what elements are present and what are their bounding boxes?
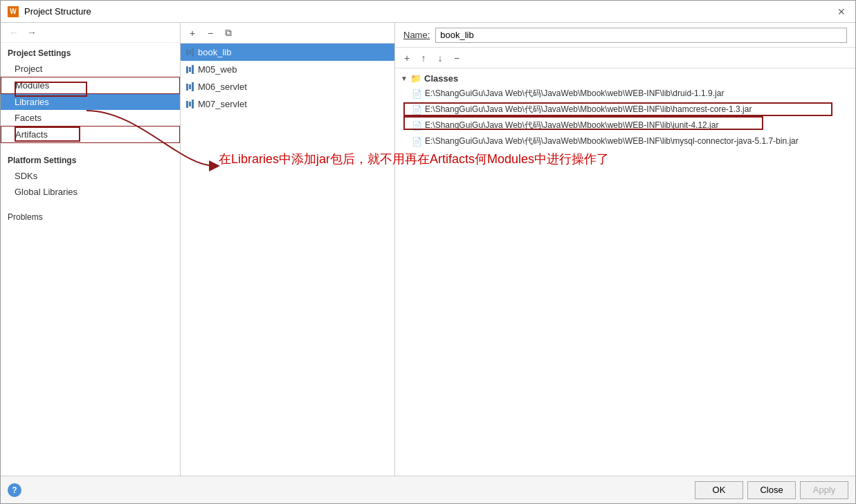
file-icon: 📄 — [412, 121, 422, 131]
classes-header-label: Classes — [424, 73, 458, 84]
tree-item[interactable]: 📄 E:\ShangGuiGu\Java Web\代码\JavaWeb\Mboo… — [395, 86, 855, 102]
tree-item[interactable]: 📄 E:\ShangGuiGu\Java Web\代码\JavaWeb\Mboo… — [395, 118, 855, 133]
copy-library-button[interactable]: ⧉ — [221, 26, 236, 41]
library-item-book-lib[interactable]: book_lib — [181, 44, 394, 61]
name-input[interactable] — [435, 28, 847, 43]
tree-item[interactable]: 📄 E:\ShangGuiGu\Java Web\代码\JavaWeb\Mboo… — [395, 102, 855, 118]
right-toolbar: + ↑ ↓ − — [395, 48, 855, 68]
ok-button[interactable]: OK — [695, 481, 743, 499]
sidebar-item-facets[interactable]: Facets — [1, 110, 180, 126]
sidebar-item-project[interactable]: Project — [1, 61, 180, 77]
remove-class-button[interactable]: − — [449, 50, 464, 66]
remove-library-button[interactable]: − — [203, 26, 218, 41]
library-item-label: M05_web — [198, 64, 237, 75]
library-icon — [186, 100, 194, 109]
sidebar: ← → Project Settings Project Modules Lib… — [1, 23, 181, 476]
project-settings-header: Project Settings — [1, 43, 180, 61]
jar-path: E:\ShangGuiGu\Java Web\代码\JavaWeb\Mbook\… — [425, 88, 724, 100]
help-button[interactable]: ? — [8, 483, 21, 497]
close-button[interactable]: Close — [747, 481, 796, 499]
jar-path: E:\ShangGuiGu\Java Web\代码\JavaWeb\Mbook\… — [425, 120, 718, 131]
library-icon — [186, 65, 194, 74]
add-class-button[interactable]: + — [399, 50, 415, 66]
library-item-label: book_lib — [198, 47, 231, 57]
file-icon: 📄 — [412, 89, 422, 99]
close-window-button[interactable]: ✕ — [835, 5, 848, 19]
chevron-down-icon: ▼ — [401, 75, 408, 82]
library-item-label: M07_servlet — [198, 99, 247, 109]
main-content: ← → Project Settings Project Modules Lib… — [1, 23, 855, 476]
library-item-m06-servlet[interactable]: M06_servlet — [181, 78, 394, 95]
file-icon: 📄 — [412, 137, 422, 147]
right-panel: Name: + ↑ ↓ − ▼ 📁 Classes 📄 E:\Shang — [395, 23, 855, 476]
classes-folder-icon: 📁 — [410, 73, 421, 84]
move-up-button[interactable]: ↑ — [416, 50, 431, 66]
classes-header: ▼ 📁 Classes — [395, 71, 855, 86]
dialog-title: Project Structure — [24, 6, 91, 17]
project-structure-dialog: W Project Structure ✕ ← → Project Settin… — [0, 0, 856, 504]
classes-tree: ▼ 📁 Classes 📄 E:\ShangGuiGu\Java Web\代码\… — [395, 68, 855, 476]
middle-panel: + − ⧉ book_lib — [181, 23, 395, 476]
library-icon — [186, 82, 194, 91]
sidebar-item-global-libraries[interactable]: Global Libraries — [1, 184, 180, 200]
bottom-buttons: OK Close Apply — [695, 481, 848, 499]
library-list: book_lib M05_web M06_s — [181, 44, 394, 476]
app-icon: W — [8, 6, 19, 17]
back-button[interactable]: ← — [6, 26, 21, 39]
sidebar-item-sdks[interactable]: SDKs — [1, 168, 180, 184]
sidebar-item-modules[interactable]: Modules — [1, 77, 180, 94]
tree-item[interactable]: 📄 E:\ShangGuiGu\Java Web\代码\JavaWeb\Mboo… — [395, 133, 855, 149]
library-item-m07-servlet[interactable]: M07_servlet — [181, 95, 394, 113]
file-icon: 📄 — [412, 105, 422, 115]
jar-path: E:\ShangGuiGu\Java Web\代码\JavaWeb\Mbook\… — [425, 104, 752, 115]
middle-toolbar: + − ⧉ — [181, 23, 394, 44]
add-library-button[interactable]: + — [185, 26, 200, 41]
bottom-bar: ? OK Close Apply — [1, 476, 855, 503]
platform-settings-header: Platform Settings — [1, 150, 180, 168]
sidebar-item-problems[interactable]: Problems — [1, 207, 180, 225]
sidebar-item-artifacts[interactable]: Artifacts — [1, 126, 180, 143]
jar-path: E:\ShangGuiGu\Java Web\代码\JavaWeb\Mbook\… — [425, 136, 799, 147]
name-row: Name: — [395, 23, 855, 48]
library-icon — [186, 48, 194, 57]
title-bar-left: W Project Structure — [8, 6, 91, 17]
name-label: Name: — [403, 30, 430, 40]
apply-button[interactable]: Apply — [800, 481, 848, 499]
nav-arrows: ← → — [1, 23, 180, 43]
forward-button[interactable]: → — [24, 26, 39, 39]
library-item-m05-web[interactable]: M05_web — [181, 61, 394, 78]
library-item-label: M06_servlet — [198, 82, 247, 92]
move-down-button[interactable]: ↓ — [432, 50, 448, 66]
sidebar-item-libraries[interactable]: Libraries — [1, 94, 180, 110]
title-bar: W Project Structure ✕ — [1, 1, 855, 23]
